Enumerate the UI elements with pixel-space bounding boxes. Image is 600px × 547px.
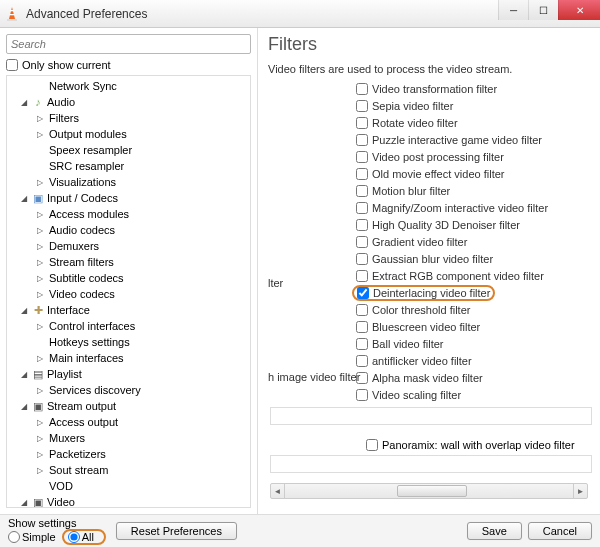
- filter-checkbox[interactable]: [356, 338, 368, 350]
- tree-item-vod[interactable]: VOD: [7, 478, 250, 494]
- left-panel: Only show current Network Sync ◢♪Audio ▷…: [0, 28, 258, 514]
- tree-item-stream-output[interactable]: ◢▣Stream output: [7, 398, 250, 414]
- minimize-button[interactable]: ─: [498, 0, 528, 20]
- filter-label: Motion blur filter: [372, 185, 450, 197]
- tree-item-network-sync[interactable]: Network Sync: [7, 78, 250, 94]
- filter-row: Rotate video filter: [266, 115, 592, 131]
- filter-row: Old movie effect video filter: [266, 166, 592, 182]
- filter-checkbox[interactable]: [356, 151, 368, 163]
- filter-label: Color threshold filter: [372, 304, 470, 316]
- panoramix-label: Panoramix: wall with overlap video filte…: [382, 439, 575, 451]
- tree-item-audio-codecs[interactable]: ▷Audio codecs: [7, 222, 250, 238]
- tree-item-input-codecs[interactable]: ◢▣Input / Codecs: [7, 190, 250, 206]
- svg-rect-3: [10, 14, 15, 15]
- tree-item-visualizations[interactable]: ▷Visualizations: [7, 174, 250, 190]
- tree-item-access-output[interactable]: ▷Access output: [7, 414, 250, 430]
- tree-item-services-discovery[interactable]: ▷Services discovery: [7, 382, 250, 398]
- filter-checkbox[interactable]: [357, 287, 369, 299]
- filter-label: Sepia video filter: [372, 100, 453, 112]
- separator-line-2: [270, 455, 592, 473]
- only-show-current-checkbox[interactable]: [6, 59, 18, 71]
- filter-checkbox[interactable]: [356, 83, 368, 95]
- scroll-right-icon[interactable]: ►: [573, 484, 587, 498]
- filter-label: High Quality 3D Denoiser filter: [372, 219, 520, 231]
- filter-label: antiflicker video filter: [372, 355, 472, 367]
- filter-checkbox[interactable]: [356, 185, 368, 197]
- search-input[interactable]: [6, 34, 251, 54]
- tree-item-audio-filters[interactable]: ▷Filters: [7, 110, 250, 126]
- tree-item-main-interfaces[interactable]: ▷Main interfaces: [7, 350, 250, 366]
- filter-checkbox[interactable]: [356, 355, 368, 367]
- filter-checkbox[interactable]: [356, 389, 368, 401]
- filter-label: Video post processing filter: [372, 151, 504, 163]
- close-button[interactable]: ✕: [558, 0, 600, 20]
- svg-marker-0: [9, 7, 15, 19]
- show-settings-label: Show settings: [8, 517, 100, 529]
- truncated-label-himage: h image video filter: [268, 371, 360, 383]
- tree-item-video[interactable]: ◢▣Video: [7, 494, 250, 508]
- tree-item-subtitle-codecs[interactable]: ▷Subtitle codecs: [7, 270, 250, 286]
- filter-label: Video scaling filter: [372, 389, 461, 401]
- panoramix-row: Panoramix: wall with overlap video filte…: [366, 439, 592, 451]
- radio-simple[interactable]: Simple: [8, 531, 56, 543]
- filter-checkbox[interactable]: [356, 134, 368, 146]
- filter-row: Motion blur filter: [266, 183, 592, 199]
- tree-item-sout-stream[interactable]: ▷Sout stream: [7, 462, 250, 478]
- tree-item-demuxers[interactable]: ▷Demuxers: [7, 238, 250, 254]
- filter-checkbox[interactable]: [356, 202, 368, 214]
- tree-item-stream-filters[interactable]: ▷Stream filters: [7, 254, 250, 270]
- tree-item-control-interfaces[interactable]: ▷Control interfaces: [7, 318, 250, 334]
- radio-all[interactable]: All: [68, 531, 94, 543]
- tree-item-speex-resampler[interactable]: Speex resampler: [7, 142, 250, 158]
- horizontal-scrollbar[interactable]: ◄ ►: [270, 483, 588, 499]
- tree-item-video-codecs[interactable]: ▷Video codecs: [7, 286, 250, 302]
- filter-label: Rotate video filter: [372, 117, 458, 129]
- filter-checkbox[interactable]: [356, 253, 368, 265]
- filter-checkbox[interactable]: [356, 100, 368, 112]
- cancel-button[interactable]: Cancel: [528, 522, 592, 540]
- filter-label: Magnify/Zoom interactive video filter: [372, 202, 548, 214]
- filter-label: Ball video filter: [372, 338, 444, 350]
- footer: Show settings Simple All Reset Preferenc…: [0, 514, 600, 547]
- preferences-tree[interactable]: Network Sync ◢♪Audio ▷Filters ▷Output mo…: [6, 75, 251, 508]
- svg-rect-2: [10, 10, 14, 11]
- filter-checkbox[interactable]: [356, 117, 368, 129]
- filter-row: Deinterlacing video filter: [266, 285, 592, 301]
- filter-checkbox[interactable]: [356, 304, 368, 316]
- tree-item-src-resampler[interactable]: SRC resampler: [7, 158, 250, 174]
- filter-checkbox[interactable]: [356, 236, 368, 248]
- page-title: Filters: [268, 34, 592, 55]
- truncated-label-lter: lter: [268, 277, 283, 289]
- tree-item-playlist[interactable]: ◢▤Playlist: [7, 366, 250, 382]
- maximize-button[interactable]: ☐: [528, 0, 558, 20]
- filter-label: Gradient video filter: [372, 236, 467, 248]
- panoramix-checkbox[interactable]: [366, 439, 378, 451]
- filter-label: Old movie effect video filter: [372, 168, 504, 180]
- filter-row: Color threshold filter: [266, 302, 592, 318]
- tree-item-muxers[interactable]: ▷Muxers: [7, 430, 250, 446]
- filter-row: Extract RGB component video filter: [266, 268, 592, 284]
- tree-item-packetizers[interactable]: ▷Packetizers: [7, 446, 250, 462]
- right-panel: Filters Video filters are used to proces…: [258, 28, 600, 514]
- filter-checkbox[interactable]: [356, 219, 368, 231]
- filter-checkbox[interactable]: [356, 270, 368, 282]
- tree-item-access-modules[interactable]: ▷Access modules: [7, 206, 250, 222]
- filter-row: Gradient video filter: [266, 234, 592, 250]
- scroll-thumb[interactable]: [397, 485, 467, 497]
- filter-label: Gaussian blur video filter: [372, 253, 493, 265]
- svg-rect-1: [7, 19, 17, 21]
- tree-item-output-modules[interactable]: ▷Output modules: [7, 126, 250, 142]
- save-button[interactable]: Save: [467, 522, 522, 540]
- filter-row: Bluescreen video filter: [266, 319, 592, 335]
- filter-row: Sepia video filter: [266, 98, 592, 114]
- filter-checkbox[interactable]: [356, 321, 368, 333]
- tree-item-hotkeys-settings[interactable]: Hotkeys settings: [7, 334, 250, 350]
- filter-checkbox[interactable]: [356, 168, 368, 180]
- tree-item-interface[interactable]: ◢✚Interface: [7, 302, 250, 318]
- reset-preferences-button[interactable]: Reset Preferences: [116, 522, 237, 540]
- only-show-current-label: Only show current: [22, 59, 111, 71]
- scroll-left-icon[interactable]: ◄: [271, 484, 285, 498]
- separator-line: [270, 407, 592, 425]
- tree-item-audio[interactable]: ◢♪Audio: [7, 94, 250, 110]
- filter-label: Video transformation filter: [372, 83, 497, 95]
